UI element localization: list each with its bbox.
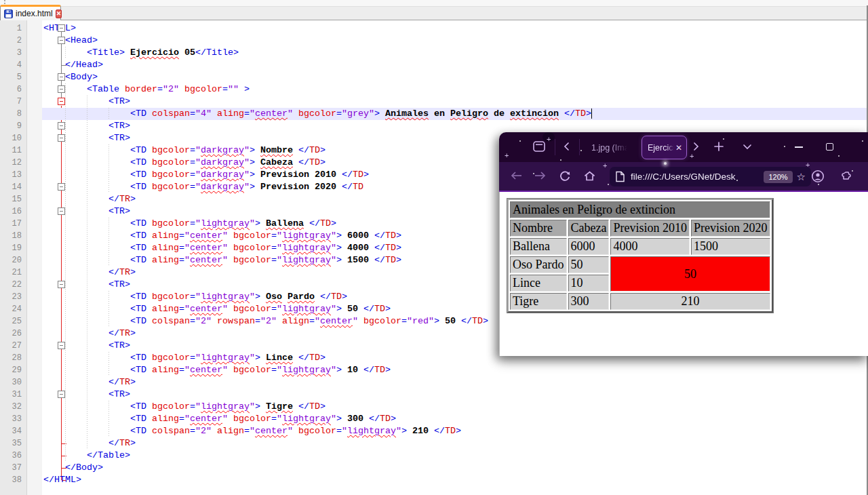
line-number: 21 [12, 266, 22, 279]
indent-guide [87, 144, 87, 157]
scroll-tabs-left-icon[interactable] [562, 142, 572, 151]
line-number: 12 [12, 157, 22, 169]
indent-guide [87, 169, 87, 181]
table-header-cell: Prevision 2010 [610, 220, 690, 237]
list-all-tabs-icon[interactable] [742, 143, 753, 151]
tab-1jpg[interactable]: 1.jpg (Ima [591, 138, 637, 158]
code-line: <Title> Ejercicio 05</Title> [42, 47, 868, 59]
table-cell: Tigre [510, 293, 567, 310]
url-bar[interactable]: file:///C:/Users/GNet/Desk 120% ☆ [610, 167, 811, 186]
zoom-level-badge[interactable]: 120% [764, 171, 792, 183]
line-number: 13 [12, 169, 22, 181]
new-tab-icon[interactable] [713, 141, 724, 152]
indent-guide [87, 132, 87, 144]
url-text[interactable]: file:///C:/Users/GNet/Desk [631, 172, 761, 182]
indent-guide [108, 181, 109, 193]
maximize-button[interactable] [826, 143, 833, 151]
indent-guide [65, 254, 66, 266]
line-number: 3 [17, 47, 22, 59]
tab-1jpg-label: 1.jpg (Ima [591, 143, 629, 153]
indent-guide [108, 315, 109, 328]
indent-guide [65, 315, 66, 328]
indent-guide [87, 279, 87, 291]
line-number: 24 [12, 303, 22, 315]
code-line: <HTML> [42, 22, 868, 35]
indent-guide [65, 401, 66, 413]
indent-guide [87, 303, 87, 315]
fold-margin[interactable] [27, 20, 42, 495]
code-line: <TD aling="center" bgcolor="lightgray"> … [42, 364, 868, 376]
indent-guide [87, 376, 87, 389]
bookmark-star-icon[interactable]: ☆ [797, 172, 806, 182]
table-cell: Lince [510, 275, 567, 292]
tab-close-icon[interactable]: ✕ [675, 143, 682, 153]
table-cell: 50 [610, 256, 770, 292]
code-line: <Body> [42, 71, 868, 83]
home-icon[interactable] [583, 170, 596, 182]
extensions-puzzle-icon[interactable] [841, 170, 854, 183]
indent-guide [108, 169, 109, 181]
scroll-tabs-right-icon[interactable] [691, 142, 701, 151]
account-icon[interactable] [811, 170, 825, 183]
minimize-button[interactable] [795, 142, 803, 148]
indent-guide [108, 254, 109, 266]
code-line: </Head> [42, 59, 868, 71]
line-number: 11 [12, 144, 22, 157]
indent-guide [87, 364, 87, 376]
indent-guide [87, 108, 87, 120]
fold-marker[interactable] [58, 342, 65, 349]
npp-tab-close-icon[interactable]: ✕ [56, 9, 62, 18]
forward-icon[interactable] [533, 170, 547, 181]
fold-marker[interactable] [58, 122, 65, 130]
indent-guide [65, 266, 66, 279]
code-line: <TD bgcolor="lightgray"> Tigre </TD> [42, 401, 868, 413]
line-number: 23 [12, 291, 22, 303]
indent-guide [87, 389, 87, 401]
table-cell: 6000 [568, 238, 610, 255]
firefox-view-icon[interactable] [532, 139, 547, 154]
table-title-cell: Animales en Peligro de extincion [510, 201, 770, 218]
indent-guide [108, 425, 109, 437]
fold-marker[interactable] [58, 134, 65, 142]
indent-guide [65, 303, 66, 315]
indent-guide [65, 352, 66, 364]
line-number: 20 [12, 254, 22, 266]
indent-guide [87, 181, 87, 193]
fold-marker[interactable] [58, 37, 65, 44]
indent-guide [65, 132, 66, 144]
indent-guide [87, 401, 87, 413]
indent-guide [87, 254, 87, 266]
indent-guide [108, 218, 109, 230]
fold-marker[interactable] [58, 391, 65, 398]
line-number: 19 [12, 242, 22, 254]
fold-marker[interactable] [58, 85, 65, 93]
fold-marker[interactable] [58, 207, 65, 215]
line-number: 25 [12, 315, 22, 328]
line-number: 28 [12, 352, 22, 364]
reload-icon[interactable] [559, 170, 571, 182]
indent-guide [65, 242, 66, 254]
line-number: 6 [17, 83, 22, 96]
sparkle-decoration [723, 138, 724, 140]
fold-marker[interactable] [58, 24, 65, 32]
fold-marker[interactable] [58, 98, 65, 105]
table-cell: 10 [568, 275, 610, 292]
indent-guide [65, 413, 66, 425]
indent-guide [65, 120, 66, 132]
code-line: <TR> [42, 96, 868, 108]
fold-marker[interactable] [58, 183, 65, 191]
npp-tab-indexhtml[interactable]: index.html ✕ [0, 5, 61, 20]
text-caret [591, 108, 592, 119]
back-icon[interactable] [510, 170, 524, 181]
line-number: 16 [12, 205, 22, 218]
browser-window[interactable]: 1.jpg (Ima Ejercici ✕ [499, 132, 868, 356]
sparkle-decoration [818, 184, 819, 185]
fold-marker[interactable] [58, 281, 65, 288]
indent-guide [65, 376, 66, 389]
table-cell: 50 [568, 256, 610, 273]
table-header-cell: Cabeza [568, 220, 610, 237]
sparkle-decoration [560, 159, 561, 161]
fold-marker[interactable] [58, 73, 65, 81]
tab-ejercicio-active[interactable]: Ejercici ✕ [642, 136, 687, 159]
indent-guide [87, 328, 87, 340]
